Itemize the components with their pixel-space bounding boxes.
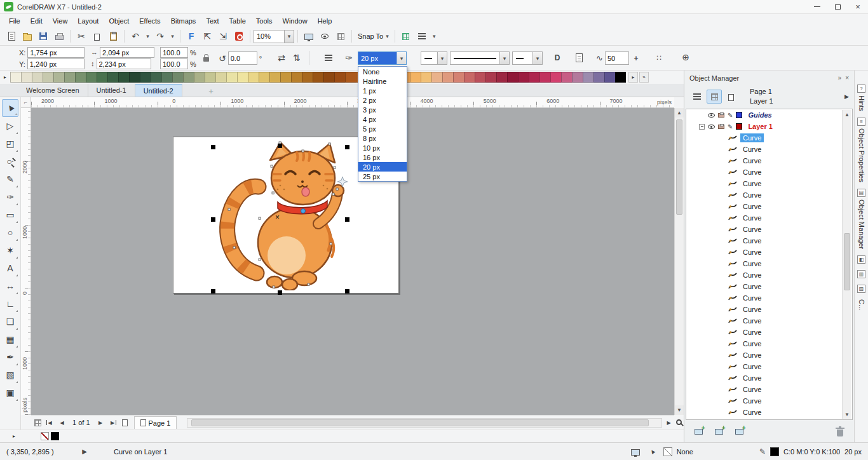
color-swatch[interactable] <box>237 72 248 83</box>
color-swatch[interactable] <box>442 72 453 83</box>
vertical-ruler[interactable]: 2000100001000 pixels <box>21 108 31 415</box>
color-swatch[interactable] <box>172 72 183 83</box>
guides-layer-row[interactable]: Guides <box>686 109 852 121</box>
menu-item[interactable]: Text <box>201 15 224 27</box>
outline-color-swatch[interactable] <box>770 447 779 456</box>
color-swatch[interactable] <box>32 72 43 83</box>
scroll-down-button[interactable]: ▼ <box>675 405 684 415</box>
polygon-tool[interactable]: ✶ <box>2 241 18 259</box>
color-swatch[interactable] <box>259 72 269 83</box>
object-height-field[interactable] <box>97 58 151 69</box>
curve-object-row[interactable]: Curve <box>686 224 852 235</box>
document-tab[interactable]: Untitled-1 <box>88 84 135 97</box>
coordinates-flyout-button[interactable]: ▶ <box>78 445 91 458</box>
curve-object-row[interactable]: Curve <box>686 349 852 361</box>
delete-button[interactable] <box>832 424 848 438</box>
outline-width-option[interactable]: 2 px <box>358 95 407 105</box>
selection-handle[interactable] <box>345 145 349 149</box>
editable-pencil-icon[interactable] <box>728 123 733 130</box>
outline-width-combobox[interactable]: 20 px <box>358 51 407 65</box>
docker-icon[interactable]: ▨ <box>857 285 865 293</box>
lock-ratio-button[interactable] <box>199 48 213 68</box>
quick-customize-button[interactable] <box>679 51 693 64</box>
color-swatch[interactable] <box>118 72 129 83</box>
undo-dropdown-button[interactable] <box>144 29 152 44</box>
color-swatch[interactable] <box>496 72 507 83</box>
color-swatch[interactable] <box>291 72 302 83</box>
docker-tab-truncated[interactable]: C... <box>858 299 865 310</box>
color-swatch[interactable] <box>345 72 356 83</box>
menu-item[interactable]: File <box>4 15 25 27</box>
undo-button[interactable]: ↶ <box>128 29 143 44</box>
color-eyedropper-tool[interactable]: ✒ <box>2 348 18 366</box>
curve-object-row[interactable]: Curve <box>686 407 852 418</box>
menu-item[interactable]: Table <box>224 15 251 27</box>
parallel-dimension-tool[interactable]: ↔ <box>2 277 18 295</box>
palette-flyout-button[interactable]: ▸ <box>0 74 10 80</box>
text-tool[interactable]: A <box>2 259 18 277</box>
close-button[interactable]: × <box>848 0 868 13</box>
color-swatch[interactable] <box>140 72 151 83</box>
end-arrowhead-combobox[interactable] <box>512 51 543 65</box>
color-swatch[interactable] <box>615 72 626 83</box>
document-color-swatch[interactable] <box>51 432 59 440</box>
fullscreen-preview-button[interactable] <box>301 29 316 44</box>
export-button[interactable]: ⇲ <box>215 29 231 44</box>
toolbar-overflow-button[interactable] <box>430 29 438 44</box>
selection-handle[interactable] <box>345 289 349 294</box>
curve-object-row[interactable]: Curve <box>686 132 852 144</box>
color-swatch[interactable] <box>248 72 259 83</box>
show-rulers-button[interactable] <box>317 29 332 44</box>
rotation-angle-field[interactable] <box>228 51 257 65</box>
docker-tab-hints[interactable]: ? Hints <box>857 85 865 111</box>
color-swatch[interactable] <box>550 72 561 83</box>
page-tab[interactable]: Page 1 <box>134 416 177 429</box>
scroll-up-button[interactable]: ▲ <box>675 108 684 118</box>
crop-tool[interactable]: ◰ <box>2 135 18 152</box>
previous-page-button[interactable]: ◀ <box>57 417 67 428</box>
smoothing-stepper[interactable] <box>631 52 641 65</box>
open-button[interactable] <box>20 29 35 44</box>
color-swatch[interactable] <box>453 72 464 83</box>
horizontal-ruler[interactable]: 2000100001000200030004000500060007000 pi… <box>31 97 674 108</box>
color-swatch[interactable] <box>529 72 539 83</box>
scale-x-field[interactable] <box>160 47 188 58</box>
outline-width-option[interactable]: 4 px <box>358 114 407 124</box>
selection-handle[interactable] <box>345 217 349 222</box>
scroll-up-button[interactable]: ▲ <box>843 110 851 119</box>
vertical-scrollbar[interactable]: ▲ ▼ <box>674 108 684 415</box>
curve-object-row[interactable]: Curve <box>686 372 852 384</box>
line-style-combobox[interactable] <box>450 51 510 65</box>
zoom-level-combobox[interactable]: 10% <box>254 30 294 43</box>
copy-button[interactable] <box>90 29 105 44</box>
curve-object-row[interactable]: Curve <box>686 281 852 292</box>
color-swatch[interactable] <box>583 72 593 83</box>
menu-item[interactable]: Tools <box>251 15 278 27</box>
color-swatch[interactable] <box>97 72 107 83</box>
color-swatch[interactable] <box>10 72 21 83</box>
object-snapping-button[interactable] <box>652 51 666 64</box>
no-fill-swatch[interactable] <box>41 432 49 440</box>
show-object-properties-button[interactable] <box>689 90 705 104</box>
guides-color-swatch[interactable] <box>736 112 742 118</box>
new-master-layer-all-pages-button[interactable] <box>711 424 726 438</box>
color-swatch[interactable] <box>194 72 205 83</box>
new-layer-button[interactable] <box>691 424 706 438</box>
scrollbar-thumb[interactable] <box>676 119 682 215</box>
cut-button[interactable]: ✂ <box>74 29 89 44</box>
visibility-eye-icon[interactable] <box>708 113 715 118</box>
outline-width-option[interactable]: Hairline <box>358 76 407 86</box>
color-swatch[interactable] <box>464 72 475 83</box>
outline-pen-button[interactable]: ✑ <box>342 51 356 64</box>
outline-width-option[interactable]: 16 px <box>358 152 407 162</box>
horizontal-scrollbar[interactable] <box>187 418 662 428</box>
transparency-tool[interactable]: ▦ <box>2 330 18 348</box>
ellipse-tool[interactable]: ○ <box>2 224 18 241</box>
curve-object-row[interactable]: Curve <box>686 258 852 269</box>
freehand-tool[interactable]: ✎ <box>2 170 18 188</box>
selection-handle[interactable] <box>211 289 215 294</box>
document-palette-flyout-button[interactable]: ▸ <box>9 433 19 439</box>
document-tab[interactable]: Welcome Screen <box>18 84 88 97</box>
color-swatch[interactable] <box>269 72 280 83</box>
shape-tool[interactable]: ▷ <box>2 117 18 135</box>
